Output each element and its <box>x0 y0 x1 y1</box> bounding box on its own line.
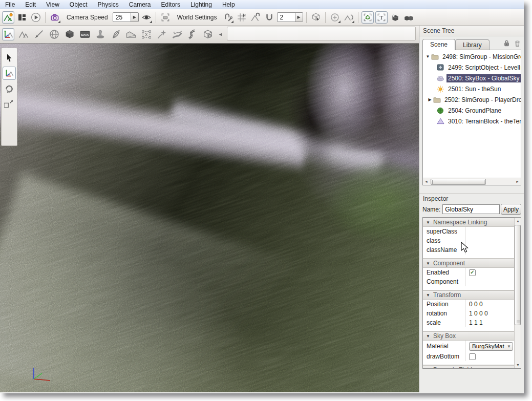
dropdown-corner <box>231 20 233 23</box>
datablock-editor-icon[interactable]: DATA <box>79 28 91 40</box>
prop-superclass[interactable]: superClass <box>423 227 515 236</box>
material-dropdown[interactable]: BurgSkyMat▼ <box>469 342 513 351</box>
object-editor-icon[interactable] <box>2 28 14 40</box>
package-add-icon[interactable] <box>403 11 415 24</box>
hscroll-thumb[interactable] <box>431 179 486 185</box>
menu-lighting[interactable]: Lighting <box>185 0 217 9</box>
river-editor-icon[interactable] <box>171 28 183 40</box>
scene-tree-tabs: Scene Library <box>422 39 521 50</box>
add-object-icon[interactable] <box>329 11 341 24</box>
text-tool-icon[interactable]: T <box>375 11 388 24</box>
prop-rotation[interactable]: rotation1 0 0 0 <box>423 309 515 318</box>
toolbar-collapse-arrow[interactable]: ◄ <box>218 32 223 37</box>
terrain-painter-icon[interactable] <box>33 28 45 40</box>
section-header[interactable]: ▼Transform <box>423 290 515 300</box>
scroll-left-icon[interactable]: ◄ <box>423 178 430 185</box>
tree-row-terrainblock[interactable]: 3010: TerrainBlock - theTerrai <box>423 116 521 126</box>
bounds-cube-icon[interactable] <box>310 11 322 24</box>
apply-button[interactable]: Apply <box>501 204 521 215</box>
section-namespace-linking: ▼Namespace Linking superClass class clas… <box>423 218 515 259</box>
scene-tree-hscrollbar[interactable]: ◄ ► <box>423 178 521 185</box>
scroll-up-icon[interactable]: ▲ <box>515 218 521 224</box>
tab-scene[interactable]: Scene <box>422 39 455 50</box>
tree-row-levelinfo[interactable]: 2499: ScriptObject - LevelInfo <box>423 62 521 73</box>
tree-row-label: 2498: SimGroup - MissionGroup <box>441 53 521 61</box>
inspector-vscrollbar[interactable]: ▲ ▼ <box>514 218 521 368</box>
tree-row-label: 3010: TerrainBlock - theTerrai <box>446 117 521 125</box>
terrain-block-icon <box>436 118 444 125</box>
section-header[interactable]: ▼Sky Box <box>423 331 515 341</box>
prop-classname[interactable]: className <box>423 245 515 255</box>
soft-snap-magnet-icon[interactable] <box>263 11 275 24</box>
prop-position[interactable]: Position0 0 0 <box>423 300 515 309</box>
tab-library[interactable]: Library <box>455 39 490 50</box>
menu-physics[interactable]: Physics <box>93 0 124 9</box>
prop-enabled[interactable]: Enabled <box>423 268 515 277</box>
tree-row-playerdrop[interactable]: ▶ 2502: SimGroup - PlayerDropP <box>423 94 521 105</box>
menu-editors[interactable]: Editors <box>156 0 185 9</box>
snap-size-dropdown[interactable]: 2 ▶ <box>277 12 303 22</box>
vscroll-thumb[interactable] <box>515 225 521 325</box>
play-icon[interactable] <box>30 11 42 24</box>
shape-editor-icon[interactable]: x <box>140 28 153 40</box>
enabled-checkbox[interactable] <box>469 269 476 276</box>
delete-trash-icon[interactable] <box>514 39 521 49</box>
prop-class[interactable]: class <box>423 236 515 245</box>
tree-row-missiongroup[interactable]: ▼ 2498: SimGroup - MissionGroup <box>423 51 521 62</box>
object-snap-wrench-icon[interactable] <box>222 11 234 24</box>
particle-editor-icon[interactable] <box>156 28 168 40</box>
tree-row-globalsky[interactable]: 2500: SkyBox - GlobalSky <box>423 73 521 83</box>
lock-icon[interactable] <box>503 39 510 49</box>
scale-tool[interactable] <box>3 97 16 111</box>
prop-scale[interactable]: scale1 1 1 <box>423 318 515 327</box>
mesh-cube-icon[interactable] <box>63 28 76 40</box>
scroll-right-icon[interactable]: ► <box>514 178 521 185</box>
menu-file[interactable]: File <box>0 0 20 9</box>
tree-row-thesun[interactable]: 2501: Sun - theSun <box>423 83 521 94</box>
grid-snap-icon[interactable]: P <box>236 11 248 24</box>
menu-object[interactable]: Object <box>65 0 93 9</box>
layout-icon[interactable] <box>16 11 28 24</box>
expander-open-icon[interactable]: ▼ <box>425 54 431 59</box>
material-editor-icon[interactable] <box>48 28 60 40</box>
decal-editor-icon[interactable] <box>94 28 107 40</box>
snap-size-spin-button[interactable]: ▶ <box>295 12 303 22</box>
mission-area-icon[interactable] <box>125 28 137 40</box>
terrain-editor-icon[interactable] <box>17 28 30 40</box>
camera-speed-spin-button[interactable]: ▶ <box>131 12 138 22</box>
scroll-down-icon[interactable]: ▼ <box>515 362 521 368</box>
camera-icon[interactable] <box>49 11 61 24</box>
transform-icon[interactable] <box>343 11 355 24</box>
world-editor-icon[interactable] <box>2 11 14 24</box>
menu-camera[interactable]: Camera <box>124 0 156 9</box>
drawbottom-checkbox[interactable] <box>469 353 476 360</box>
rotate-tool[interactable] <box>3 82 16 95</box>
select-arrow-tool[interactable] <box>3 51 16 65</box>
section-header[interactable]: ▼Component <box>423 259 515 268</box>
physics-editor-icon[interactable] <box>202 28 214 40</box>
scene-viewport[interactable] <box>0 44 419 392</box>
editors-toolbar: DATA x ◄ <box>0 26 419 44</box>
menu-view[interactable]: View <box>41 0 65 9</box>
section-header[interactable]: ▼Dynamic Fields <box>423 365 515 369</box>
inspector-name-row: Name: Apply <box>422 204 521 215</box>
prop-component[interactable]: Component <box>423 277 515 286</box>
camera-speed-dropdown[interactable]: 25 ▶ <box>113 12 139 22</box>
menu-edit[interactable]: Edit <box>20 0 41 9</box>
expander-closed-icon[interactable]: ▶ <box>427 97 433 102</box>
prop-material[interactable]: MaterialBurgSkyMat▼ <box>423 341 515 352</box>
object-name-input[interactable] <box>442 204 500 214</box>
render-bounds-icon[interactable] <box>361 11 374 24</box>
section-header[interactable]: ▼Namespace Linking <box>423 218 515 227</box>
prop-drawbottom[interactable]: drawBottom <box>423 352 515 361</box>
snap-size-value: 2 <box>278 14 295 21</box>
forest-editor-icon[interactable] <box>110 28 122 40</box>
tree-row-groundplane[interactable]: 2504: GroundPlane <box>423 105 521 116</box>
package-icon[interactable] <box>389 11 401 24</box>
road-editor-icon[interactable] <box>186 28 199 40</box>
move-tool[interactable] <box>3 67 16 80</box>
visibility-eye-icon[interactable] <box>140 11 153 24</box>
menu-help[interactable]: Help <box>217 0 240 9</box>
terrain-snap-icon[interactable] <box>249 11 262 24</box>
screenshot-icon[interactable] <box>159 11 172 24</box>
